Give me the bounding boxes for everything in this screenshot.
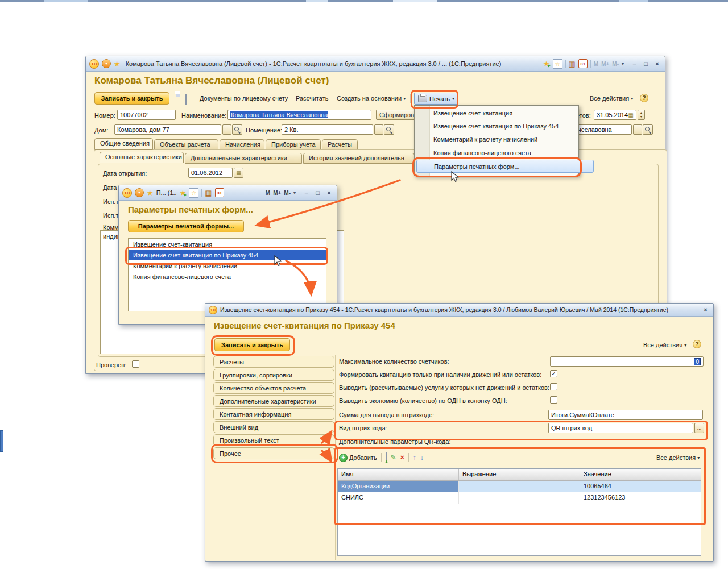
close-button[interactable]: × <box>653 60 661 67</box>
copy-row-button[interactable] <box>386 452 387 463</box>
barcode-type-ellipsis-button[interactable]: ... <box>694 423 704 433</box>
house-field[interactable]: Комарова, дом 77 <box>114 124 221 135</box>
move-up-button[interactable]: ↑ <box>413 454 416 462</box>
notice-help-button[interactable]: ? <box>693 340 701 348</box>
form-button[interactable]: Сформиров <box>376 110 419 120</box>
edit-row-button[interactable]: ✎ <box>391 454 396 462</box>
room-search-button[interactable] <box>384 124 394 135</box>
table-all-actions-button[interactable]: Все действия▾ <box>656 454 700 461</box>
sidebar-item-custom-text[interactable]: Произвольный текст <box>213 434 334 446</box>
barcode-type-field[interactable]: QR штрих-код <box>548 423 693 433</box>
minimize-button[interactable]: – <box>630 60 639 67</box>
sidebar-item-object-count[interactable]: Количество объектов расчета <box>213 382 334 394</box>
favorites-star-icon[interactable]: ★ <box>147 189 154 197</box>
add-row-button[interactable]: +Добавить <box>339 454 377 462</box>
system-menu-icon[interactable]: ▾ <box>102 59 111 68</box>
column-header-value[interactable]: Значение <box>580 469 701 480</box>
help-button[interactable]: ? <box>640 94 648 102</box>
sidebar-item-groupings[interactable]: Группировки, сортировки <box>213 369 334 381</box>
table-row[interactable]: КодОрганизации 10065464 <box>338 481 701 492</box>
open-favorites-icon[interactable]: ☆ <box>553 59 562 69</box>
room-field[interactable]: 2 Кв. <box>282 124 373 135</box>
memory-minus-button[interactable]: M- <box>612 61 619 67</box>
sidebar-item-other[interactable]: Прочее <box>213 447 334 459</box>
sidebar-item-appearance[interactable]: Внешний вид <box>213 421 334 433</box>
column-header-expression[interactable]: Выражение <box>459 469 580 480</box>
print-form-params-button[interactable]: Параметры печатной формы... <box>128 220 244 232</box>
cell-value[interactable]: 10065464 <box>580 481 701 492</box>
house-search-button[interactable] <box>232 124 242 135</box>
list-item-account-copy[interactable]: Копия финансово-лицевого счета <box>129 271 326 282</box>
minimize-button[interactable]: – <box>302 189 311 196</box>
subtab-main-characteristics[interactable]: Основные характеристики <box>100 152 184 163</box>
max-counters-field[interactable]: 0 <box>550 356 704 367</box>
chevron-down-icon[interactable]: ▾ <box>622 61 624 66</box>
tab-accruals[interactable]: Начисления <box>220 139 264 150</box>
owner-ellipsis-button[interactable]: ... <box>633 124 642 135</box>
sidebar-item-additional-characteristics[interactable]: Дополнительные характеристики <box>213 395 334 407</box>
date-spinner[interactable]: ▴▾ <box>638 110 645 120</box>
list-item-accrual-comment[interactable]: Комментарий к расчету начислений <box>129 260 326 271</box>
system-menu-icon[interactable]: ▾ <box>135 188 144 197</box>
delete-row-button[interactable]: × <box>400 454 404 462</box>
cell-name[interactable]: КодОрганизации <box>338 481 459 492</box>
table-row[interactable]: СНИЛС 123123456123 <box>338 492 701 504</box>
menu-item-account-copy[interactable]: Копия финансово-лицевого счета <box>433 149 531 156</box>
menu-item-print-form-params[interactable]: Параметры печатных форм... <box>416 160 594 173</box>
subtab-history[interactable]: История значений дополнительн <box>303 153 415 164</box>
maximize-button[interactable]: □ <box>642 60 650 67</box>
menu-item-accrual-comment[interactable]: Комментарий к расчету начислений <box>433 136 537 143</box>
open-date-picker-button[interactable]: ▦ <box>234 168 243 178</box>
close-button[interactable]: × <box>701 306 710 313</box>
calculate-button[interactable]: Рассчитать <box>296 95 328 102</box>
sidebar-item-contact-info[interactable]: Контактная информация <box>213 408 334 420</box>
spin-up-icon[interactable]: ▴ <box>640 111 642 115</box>
tab-calculations[interactable]: Расчеты <box>322 139 358 150</box>
cell-expression[interactable] <box>459 481 580 492</box>
move-down-button[interactable]: ↓ <box>420 454 424 462</box>
barcode-sum-field[interactable]: Итоги.СуммаКОплате <box>548 410 703 420</box>
memory-button[interactable]: M <box>594 61 598 67</box>
number-field[interactable]: 10077002 <box>117 110 176 120</box>
room-ellipsis-button[interactable]: ... <box>374 124 383 135</box>
maximize-button[interactable]: □ <box>313 189 322 196</box>
column-header-name[interactable]: Имя <box>338 469 459 480</box>
cell-value[interactable]: 123123456123 <box>580 492 701 504</box>
name-field[interactable]: Комарова Татьяна Вячеславовна <box>228 110 371 120</box>
open-favorites-icon[interactable]: ☆ <box>189 188 198 198</box>
create-based-on-button[interactable]: Создать на основании▾ <box>337 95 406 102</box>
add-favorite-icon[interactable]: ★ <box>180 189 187 197</box>
save-close-button[interactable]: Записать и закрыть <box>94 92 169 105</box>
notice-save-close-button[interactable]: Записать и закрыть <box>214 338 290 351</box>
print-button[interactable]: Печать ▾ <box>414 93 458 105</box>
memory-button[interactable]: M <box>266 190 270 196</box>
notice-all-actions-button[interactable]: Все действия▾ <box>643 342 686 348</box>
subtab-additional-characteristics[interactable]: Дополнительные характеристики <box>185 153 302 164</box>
calendar-icon[interactable]: 31 <box>578 59 588 68</box>
close-button[interactable]: × <box>325 189 333 196</box>
owner-search-button[interactable] <box>643 124 653 135</box>
list-icon[interactable] <box>185 94 187 105</box>
open-date-field[interactable]: 01.06.2012 <box>188 168 233 178</box>
show-services-no-movement-checkbox[interactable] <box>550 383 557 390</box>
only-with-movements-checkbox[interactable]: ✓ <box>550 370 557 377</box>
favorites-star-icon[interactable]: ★ <box>114 60 121 68</box>
cell-expression[interactable] <box>459 492 580 504</box>
menu-item-invoice-notice[interactable]: Извещение счет-квитанция <box>433 110 512 117</box>
calendar-icon[interactable]: 31 <box>215 188 224 197</box>
menu-item-invoice-notice-454[interactable]: Извещение счет-квитанция по Приказу 454 <box>433 123 559 130</box>
date-picker-icon[interactable]: ▦ <box>628 112 634 118</box>
add-favorite-icon[interactable]: ★ <box>543 60 550 68</box>
all-actions-button[interactable]: Все действия▾ <box>590 95 633 102</box>
cell-name[interactable]: СНИЛС <box>338 492 459 504</box>
list-item-invoice-notice[interactable]: Извещение счет-квитанция <box>129 239 326 250</box>
chevron-down-icon[interactable]: ▾ <box>293 190 296 196</box>
tab-meters[interactable]: Приборы учета <box>266 139 321 150</box>
house-ellipsis-button[interactable]: ... <box>222 124 231 135</box>
tab-general[interactable]: Общие сведения <box>94 138 153 150</box>
documents-by-account-button[interactable]: Документы по лицевому счету <box>200 95 288 102</box>
calculator-icon[interactable]: ▦ <box>569 60 576 68</box>
spin-down-icon[interactable]: ▾ <box>640 115 642 119</box>
settlement-date-field[interactable]: 31.05.2014▦ <box>594 110 636 120</box>
checked-checkbox[interactable] <box>132 360 139 368</box>
